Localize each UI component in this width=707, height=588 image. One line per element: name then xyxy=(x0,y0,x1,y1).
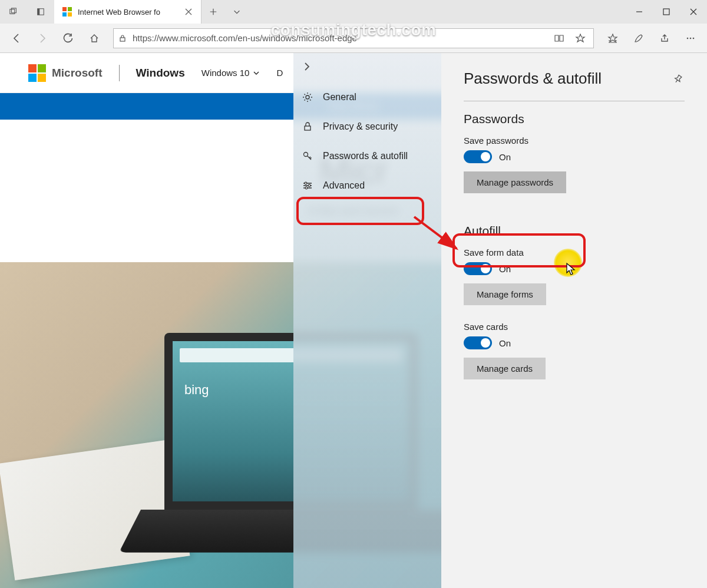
windows-section-link[interactable]: Windows xyxy=(136,67,185,80)
close-tab-icon[interactable] xyxy=(184,8,193,16)
save-cards-label: Save cards xyxy=(464,322,685,332)
sidebar-item-label: Advanced xyxy=(323,180,365,191)
ms-logo-icon xyxy=(28,64,46,82)
save-passwords-label: Save passwords xyxy=(464,136,685,146)
svg-rect-14 xyxy=(305,126,310,130)
svg-rect-3 xyxy=(38,9,40,15)
manage-cards-label: Manage cards xyxy=(477,364,533,374)
microsoft-logo[interactable]: Microsoft xyxy=(28,64,103,82)
svg-point-16 xyxy=(305,182,307,184)
save-form-data-label: Save form data xyxy=(464,247,685,257)
save-form-data-toggle[interactable]: On xyxy=(464,262,685,275)
save-cards-toggle[interactable]: On xyxy=(464,336,685,349)
window-maximize-button[interactable] xyxy=(653,0,680,24)
svg-point-10 xyxy=(687,37,689,39)
settings-sidebar: General Privacy & security Passwords & a… xyxy=(293,53,441,588)
forward-button[interactable] xyxy=(31,27,54,50)
svg-point-13 xyxy=(306,95,309,99)
favorites-button[interactable] xyxy=(601,27,625,50)
share-button[interactable] xyxy=(653,27,676,50)
pin-icon[interactable] xyxy=(673,74,685,84)
browser-toolbar: https://www.microsoft.com/en-us/windows/… xyxy=(0,24,707,53)
header-divider xyxy=(119,65,120,81)
chevron-right-icon[interactable] xyxy=(302,61,315,74)
tab-title: Internet Web Browser fo xyxy=(78,8,179,16)
sidebar-item-passwords-autofill[interactable]: Passwords & autofill xyxy=(293,141,441,171)
sidebar-item-label: Privacy & security xyxy=(323,121,398,132)
toggle-state: On xyxy=(499,338,511,348)
favorite-star-icon[interactable] xyxy=(572,33,589,44)
windows10-menu-label: Windows 10 xyxy=(201,68,250,78)
autofill-heading: Autofill xyxy=(464,224,685,238)
set-aside-tabs-button[interactable] xyxy=(27,0,54,24)
svg-rect-4 xyxy=(62,7,67,11)
address-bar[interactable]: https://www.microsoft.com/en-us/windows/… xyxy=(113,28,594,48)
panel-divider xyxy=(464,101,685,101)
edge-favicon-icon xyxy=(62,7,72,16)
svg-point-11 xyxy=(690,37,692,39)
more-button[interactable] xyxy=(679,27,702,50)
toggle-switch-icon xyxy=(464,336,492,349)
back-button[interactable] xyxy=(5,27,28,50)
lock-icon xyxy=(118,34,128,42)
svg-rect-6 xyxy=(62,12,67,16)
browser-tab[interactable]: Internet Web Browser fo xyxy=(54,0,201,24)
panel-title: Passwords & autofill xyxy=(464,70,602,88)
svg-point-15 xyxy=(304,153,308,157)
svg-point-18 xyxy=(305,187,308,189)
svg-rect-5 xyxy=(68,7,72,11)
sidebar-item-label: Passwords & autofill xyxy=(323,151,408,161)
page-viewport: Microsoft Windows Windows 10 D Shop Wind… xyxy=(0,53,707,588)
toggle-state: On xyxy=(499,152,511,162)
reading-view-icon[interactable] xyxy=(551,33,567,44)
sidebar-item-general[interactable]: General xyxy=(293,82,441,112)
window-minimize-button[interactable] xyxy=(626,0,653,24)
ms-logo-text: Microsoft xyxy=(52,67,103,80)
tab-dropdown-button[interactable] xyxy=(225,0,249,24)
gear-icon xyxy=(302,92,313,103)
sidebar-item-advanced[interactable]: Advanced xyxy=(293,171,441,200)
refresh-button[interactable] xyxy=(57,27,80,50)
lock-icon xyxy=(302,121,313,132)
tab-actions-button[interactable] xyxy=(0,0,27,24)
windows10-menu[interactable]: Windows 10 xyxy=(201,68,260,78)
save-passwords-toggle[interactable]: On xyxy=(464,150,685,163)
svg-rect-7 xyxy=(68,12,72,16)
toggle-state: On xyxy=(499,264,511,274)
window-titlebar: Internet Web Browser fo xyxy=(0,0,707,24)
chevron-down-icon xyxy=(253,70,260,77)
sidebar-item-label: General xyxy=(323,92,356,103)
svg-point-12 xyxy=(693,37,695,39)
svg-rect-0 xyxy=(10,9,15,14)
header-menu-cut[interactable]: D xyxy=(276,68,283,78)
svg-point-17 xyxy=(308,184,310,187)
manage-passwords-button[interactable]: Manage passwords xyxy=(464,171,566,193)
sidebar-item-privacy[interactable]: Privacy & security xyxy=(293,112,441,141)
home-button[interactable] xyxy=(82,27,106,50)
url-text: https://www.microsoft.com/en-us/windows/… xyxy=(133,33,546,43)
settings-detail-panel: Passwords & autofill Passwords Save pass… xyxy=(441,53,707,588)
svg-rect-8 xyxy=(663,9,669,15)
new-tab-button[interactable] xyxy=(201,0,225,24)
notes-button[interactable] xyxy=(627,27,650,50)
manage-passwords-label: Manage passwords xyxy=(477,177,553,187)
sliders-icon xyxy=(302,180,313,191)
bing-logo-text: bing xyxy=(184,382,209,398)
window-close-button[interactable] xyxy=(680,0,707,24)
svg-rect-9 xyxy=(120,38,125,41)
manage-forms-label: Manage forms xyxy=(477,289,533,299)
manage-cards-button[interactable]: Manage cards xyxy=(464,358,546,379)
passwords-heading: Passwords xyxy=(464,112,685,126)
toggle-switch-icon xyxy=(464,150,492,163)
manage-forms-button[interactable]: Manage forms xyxy=(464,283,546,305)
svg-rect-1 xyxy=(12,8,16,13)
toggle-switch-icon xyxy=(464,262,492,275)
key-icon xyxy=(302,151,313,161)
